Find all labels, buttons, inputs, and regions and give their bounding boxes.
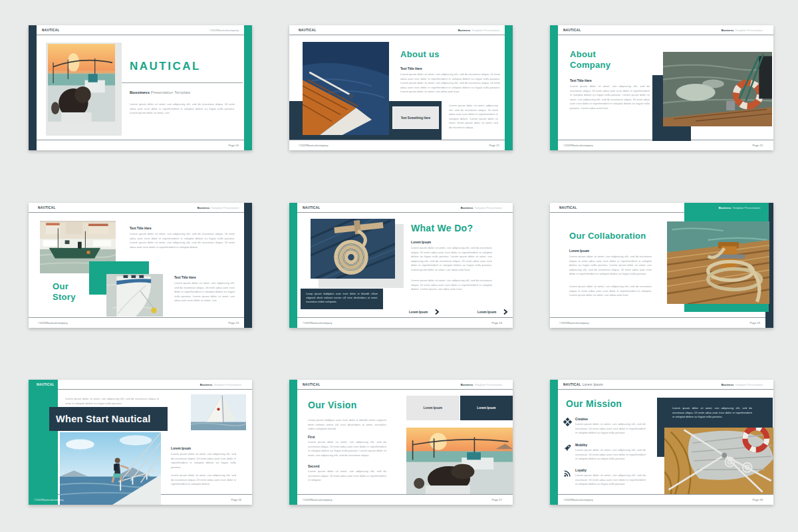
copyright-text: ©2023Nauticalcompany — [563, 144, 593, 147]
cta-button[interactable]: Text Something Here — [392, 106, 439, 129]
photo-sunset-boat — [48, 44, 115, 122]
page-number: Page 21 — [489, 144, 499, 147]
page-number: Page 26 — [231, 498, 241, 501]
copyright-text: ©2023Nauticalcompany — [303, 498, 332, 501]
header-rule — [558, 389, 773, 390]
accent-bar-left — [29, 25, 37, 150]
teal-side-panel — [29, 380, 58, 505]
header-rule — [29, 212, 244, 213]
body-text-1: Lorem ipsum dolor sit amet, con adipisci… — [569, 255, 652, 281]
tab-label: Lorem Ipsum — [477, 406, 495, 410]
header-bold: Business — [200, 383, 213, 386]
template-preview-canvas: { "colors": {"teal": "#17A689", "navy": … — [0, 0, 798, 532]
section-title: Our Mission — [566, 398, 622, 410]
item-body-second: Lorem ipsum dolor sit amet, con adipisci… — [308, 469, 386, 483]
arrow-right-icon — [434, 306, 440, 318]
text-title-2: Text Title Here — [174, 276, 196, 279]
link-label: Lorem Ipsum — [477, 311, 496, 314]
section-title: What We Do? — [411, 223, 473, 234]
body-text-2: Lorem ipsum dolor sit amet, con adipisci… — [174, 281, 235, 309]
section-title: Our Collaboration — [569, 231, 646, 241]
header-light: Template Presentation — [211, 206, 239, 209]
slide-what-we-do[interactable]: NAUTICAL BusinessTemplate Presentation L… — [289, 203, 513, 328]
section-title: About us — [400, 49, 440, 60]
slide-about-company[interactable]: NAUTICAL BusinessTemplate Presentation A… — [550, 25, 773, 150]
arrow-right-icon — [503, 306, 508, 318]
title-divider — [122, 82, 243, 83]
title-line-1: About — [570, 49, 610, 60]
link-item-2[interactable]: Lorem Ipsum — [477, 306, 508, 318]
accent-bar-left — [550, 25, 558, 150]
header-rule — [37, 35, 244, 35]
slide-our-mission[interactable]: NAUTICALLorem Ipsum BusinessTemplate Pre… — [550, 380, 773, 505]
footer-rule — [37, 140, 244, 140]
photo-sunset-boat — [406, 428, 513, 494]
subtitle-bold: Bussiness — [130, 90, 150, 94]
body-text-2: Lorem ipsum dolor sit amet, adipiscing e… — [449, 104, 498, 137]
slide-our-collaboration[interactable]: NAUTICAL BusinessTemplate Presentation O… — [550, 203, 773, 328]
photo-bollard-rope — [667, 221, 769, 304]
page-number: Page 20 — [228, 144, 239, 147]
header-bold: Business — [722, 383, 734, 386]
footer-rule — [550, 317, 765, 318]
body-text-1: Lorem ipsum dolor sit amet, con adipisci… — [411, 246, 492, 276]
tab-active[interactable]: Lorem Ipsum — [460, 396, 513, 420]
header-light: Template Presentation — [732, 206, 760, 209]
slide-cover[interactable]: NAUTICAL ©2023Nauticalcompany NAUTICAL B… — [29, 25, 252, 150]
link-label: Lorem Ipsum — [409, 311, 428, 314]
feature-body: Lorem ipsum dolor sit amet, con adipisci… — [575, 473, 646, 487]
subtitle-light: Presentation Template — [151, 90, 191, 94]
photo-boat-bow — [303, 42, 389, 135]
header-bold: Business — [461, 206, 473, 209]
slide-our-vision[interactable]: NAUTICAL BusinessTemplate Presentation O… — [289, 380, 513, 505]
body-text: Lorem ipsum dolor sit amet, con adipisci… — [570, 84, 650, 122]
header-rule — [289, 35, 505, 35]
footer-rule — [297, 317, 513, 318]
lead-title: Lorem Ipsum — [569, 249, 589, 253]
banner-title: When Start Nautical — [49, 414, 151, 424]
text-title: Text Title Here — [570, 79, 592, 82]
copyright-text: ©2023Nauticalcompany — [38, 321, 68, 325]
cover-title: NAUTICAL — [130, 60, 201, 74]
photo-rope-coil — [311, 219, 395, 279]
text-title: Text Title Here — [400, 67, 422, 70]
brand-logo: NAUTICAL — [303, 383, 321, 386]
header-right-text: BusinessTemplate Presentation — [461, 383, 502, 386]
copyright-text: ©2023Nauticalcompany — [299, 144, 329, 147]
cover-subtitle: Bussiness Presentation Template — [130, 90, 190, 94]
feature-body: Lorem ipsum dolor sit amet, con adipisci… — [575, 422, 646, 436]
link-item-1[interactable]: Lorem Ipsum — [409, 306, 440, 318]
section-title: About Company — [570, 49, 610, 70]
lead-title: Lorem Ipsum — [411, 241, 431, 244]
accent-bar-left — [289, 203, 297, 328]
tab-inactive[interactable]: Lorem Ipsum — [406, 396, 460, 420]
page-number: Page 22 — [752, 144, 763, 147]
creative-icon — [563, 417, 572, 426]
brand-logo: NAUTICAL — [299, 29, 317, 32]
mobility-icon — [563, 443, 572, 452]
header-light: Template Presentation — [735, 29, 763, 32]
slide-our-story[interactable]: NAUTICAL BusinessTemplate Presentation — [29, 203, 252, 328]
copyright-text: ©2023Nauticalcompany — [303, 321, 332, 325]
slide-when-start[interactable]: NAUTICAL BusinessTemplate Presentation L… — [29, 380, 252, 505]
header-right-text: BusinessTemplate Presentation — [198, 206, 239, 209]
page-number: Page 27 — [491, 498, 502, 501]
header-rule — [297, 212, 513, 213]
body-text-2: Lorem ipsum dolor sit amet, con adipisci… — [411, 279, 492, 297]
slide-about-us[interactable]: NAUTICAL BusinessTemplate Presentation T… — [289, 25, 513, 150]
body-text-2: Lorem ipsum dolor sit amet, con adipisci… — [569, 285, 652, 298]
footer-rule — [558, 494, 773, 495]
body-text-1: Lorem ipsum dolor sit amet, con adipisci… — [400, 72, 500, 100]
header-rule — [297, 389, 513, 390]
cta-button-label: Text Something Here — [401, 116, 431, 120]
copyright-text: ©2023Nauticalcompany — [559, 321, 589, 325]
body-text-1: Lorem ipsum dolor sit amet, con adipisci… — [171, 452, 236, 470]
header-light: Template Presentation — [735, 383, 763, 386]
page-number: Page 24 — [491, 321, 502, 325]
loyalty-icon — [563, 468, 572, 477]
footer-rule — [297, 494, 513, 495]
section-title: Our Story — [53, 281, 76, 303]
photo-deck-lifebuoy — [664, 428, 773, 494]
brand-logo: NAUTICAL — [563, 29, 581, 32]
header-right-text: BusinessTemplate Presentation — [722, 383, 763, 386]
